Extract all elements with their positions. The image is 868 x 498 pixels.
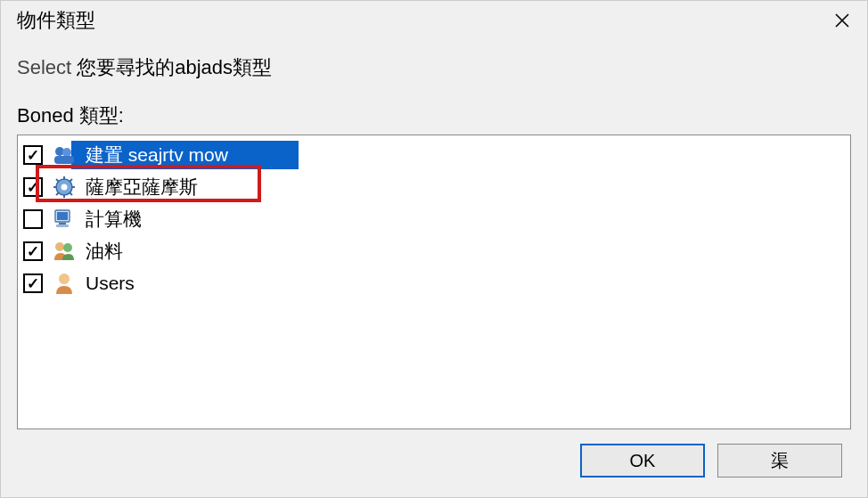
svg-rect-14	[57, 212, 68, 220]
svg-rect-15	[59, 223, 66, 225]
svg-point-1	[62, 148, 71, 157]
svg-point-19	[59, 273, 70, 284]
list-item[interactable]: 油料	[18, 235, 850, 267]
object-types-listbox[interactable]: 建置 seajrtv mow 薩摩亞薩摩斯 計算機	[17, 135, 851, 429]
dialog-content: Select您要尋找的abjads類型 Boned 類型: 建置 seajrtv…	[1, 40, 867, 497]
object-types-dialog: 物件類型 Select您要尋找的abjads類型 Boned 類型: 建置 se…	[0, 0, 868, 498]
user-icon	[52, 271, 77, 296]
svg-line-9	[56, 179, 59, 182]
users-icon	[52, 239, 77, 264]
close-button[interactable]	[828, 6, 856, 35]
svg-point-17	[55, 242, 64, 251]
titlebar: 物件類型	[1, 1, 867, 40]
instruction-rest: 您要尋找的abjads類型	[77, 56, 272, 78]
list-item-label: 計算機	[86, 207, 142, 232]
svg-rect-2	[54, 156, 74, 164]
svg-line-12	[56, 192, 59, 195]
computer-icon	[52, 207, 77, 232]
svg-rect-16	[56, 225, 69, 227]
list-item[interactable]: 計算機	[18, 203, 850, 235]
section-label: Boned 類型:	[17, 102, 851, 129]
list-item-label: Users	[86, 273, 135, 294]
checkbox[interactable]	[23, 145, 43, 165]
list-item-label: 建置 seajrtv mow	[86, 143, 228, 167]
group-icon	[52, 143, 77, 167]
svg-point-18	[63, 243, 72, 252]
list-item-label: 薩摩亞薩摩斯	[86, 175, 198, 200]
checkbox[interactable]	[23, 241, 43, 261]
list-item[interactable]: 薩摩亞薩摩斯	[18, 171, 850, 203]
list-wrap: 建置 seajrtv mow 薩摩亞薩摩斯 計算機	[17, 135, 851, 429]
ok-button[interactable]: OK	[580, 444, 705, 478]
instruction-select-word: Select	[17, 56, 71, 78]
list-item[interactable]: Users	[18, 267, 850, 299]
svg-point-4	[61, 184, 68, 191]
button-row: OK 渠	[17, 429, 851, 488]
instruction-text: Select您要尋找的abjads類型	[17, 54, 851, 81]
svg-line-10	[70, 192, 72, 195]
checkbox[interactable]	[23, 273, 43, 293]
gear-icon	[52, 175, 77, 200]
list-item-label: 油料	[86, 239, 123, 264]
cancel-button[interactable]: 渠	[717, 444, 842, 478]
checkbox[interactable]	[23, 177, 43, 197]
checkbox[interactable]	[23, 209, 43, 229]
close-icon	[834, 12, 850, 29]
list-item[interactable]: 建置 seajrtv mow	[18, 139, 850, 171]
svg-line-11	[70, 179, 72, 182]
dialog-title: 物件類型	[17, 7, 95, 34]
